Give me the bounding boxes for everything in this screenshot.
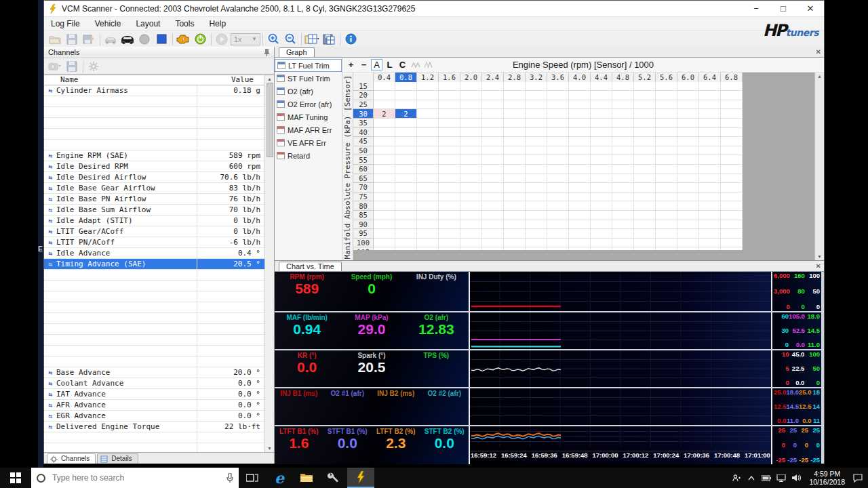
graph-cell[interactable] [699, 119, 721, 128]
graph-cell[interactable] [656, 201, 677, 211]
graph-cell[interactable]: 2 [374, 109, 395, 119]
graph-cell[interactable] [504, 128, 526, 138]
graph-cell[interactable] [526, 128, 547, 138]
graph-cell[interactable] [460, 165, 482, 174]
gauge-inj-b1-ms-[interactable]: INJ B1 (ms) [275, 390, 323, 425]
graph-cell[interactable] [699, 165, 721, 174]
record-button[interactable] [136, 32, 153, 47]
graph-cell[interactable] [569, 239, 591, 248]
graph-cell[interactable] [417, 165, 439, 174]
chart-plot-area[interactable] [469, 312, 772, 349]
graph-cell[interactable] [591, 155, 612, 165]
gauge-map-kpa-[interactable]: MAP (kPa)29.0 [339, 314, 403, 349]
graph-cell[interactable] [417, 82, 439, 92]
chart-plot-area[interactable]: 16:59:1216:59:2416:59:3616:59:4817:00:00… [469, 426, 772, 464]
graph-row-header[interactable]: 25 [353, 100, 374, 110]
graph-cell[interactable] [374, 165, 395, 174]
graph-cell[interactable] [656, 174, 677, 184]
graph-cell[interactable] [569, 229, 591, 239]
graph-cell[interactable] [460, 229, 482, 239]
graph-cell[interactable] [460, 174, 482, 184]
graph-cell[interactable]: 2 [395, 109, 417, 119]
graph-cell[interactable] [504, 119, 526, 128]
graph-cell[interactable] [591, 91, 612, 100]
graph-cell[interactable] [504, 247, 526, 250]
graph-cell[interactable] [395, 119, 417, 128]
graph-cell[interactable] [417, 183, 439, 192]
task-view-button[interactable] [239, 468, 266, 488]
graph-cell[interactable] [634, 128, 656, 138]
graph-cell[interactable] [634, 82, 656, 92]
channel-row[interactable]: ⇆EGR Advance0.0 ° [44, 411, 264, 422]
graph-cell[interactable] [569, 137, 591, 146]
graph-row-header[interactable]: 70 [353, 183, 374, 192]
start-button[interactable] [0, 468, 31, 488]
graph-cell[interactable] [374, 119, 395, 128]
graph-cell[interactable] [504, 100, 526, 110]
graph-cell[interactable] [439, 146, 460, 156]
graph-cell[interactable] [612, 220, 634, 230]
channel-row-empty[interactable] [44, 281, 264, 291]
graph-cell[interactable] [699, 192, 721, 202]
graph-cell[interactable] [395, 247, 417, 250]
graph-cell[interactable] [699, 91, 721, 100]
graph-cell[interactable] [374, 137, 395, 146]
graph-cell[interactable] [395, 174, 417, 184]
graph-cell[interactable] [374, 174, 395, 184]
graph-cell[interactable] [395, 146, 417, 156]
graph-cell[interactable] [417, 211, 439, 220]
graph-cell[interactable] [504, 155, 526, 165]
gauge-stft-b1-[interactable]: STFT B1 (%)0.0 [323, 428, 372, 464]
graph-cell[interactable] [526, 137, 547, 146]
people-icon[interactable] [729, 474, 744, 483]
channel-row-empty[interactable] [44, 357, 264, 367]
graph-cell[interactable] [526, 119, 547, 128]
channel-row-empty[interactable] [44, 270, 264, 281]
tab-graph[interactable]: Graph [279, 47, 315, 57]
graph-cell[interactable] [612, 82, 634, 92]
gauge-stft-b2-[interactable]: STFT B2 (%)0.0 [420, 428, 469, 464]
vehicle-read-button[interactable] [102, 32, 119, 47]
graph-cell[interactable] [482, 128, 504, 138]
graph-cell[interactable] [439, 137, 460, 146]
graph-cell[interactable] [504, 220, 526, 230]
graph-cell[interactable] [634, 229, 656, 239]
graph-cell[interactable] [374, 247, 395, 250]
channel-row[interactable]: ⇆Timing Advance (SAE)20.5 ° [44, 259, 264, 270]
channel-row[interactable]: ⇆Idle Desired Airflow70.6 lb/h [44, 172, 264, 183]
graph-cell[interactable] [569, 155, 591, 165]
graph-cell[interactable] [526, 220, 547, 230]
channel-row[interactable]: ⇆Idle Base PN Airflow76 lb/h [44, 194, 264, 205]
graph-cell[interactable] [526, 155, 547, 165]
graph-cell[interactable] [547, 211, 569, 220]
graph-cell[interactable] [374, 192, 395, 202]
graph-cell[interactable] [699, 183, 721, 192]
graph-cell[interactable] [634, 155, 656, 165]
chart-plot-area[interactable] [469, 350, 772, 387]
graph-cell[interactable] [482, 183, 504, 192]
gauge-o2-1-afr-[interactable]: O2 #1 (afr) [323, 390, 372, 425]
graph-cell[interactable] [721, 174, 743, 184]
graph-cell[interactable] [395, 220, 417, 230]
channel-row-empty[interactable] [44, 346, 264, 357]
graph-cell[interactable] [677, 183, 699, 192]
graph-row-header[interactable]: 35 [353, 119, 374, 128]
graph-cell[interactable] [460, 220, 482, 230]
graph-cell[interactable] [634, 239, 656, 248]
graph-cell[interactable] [612, 119, 634, 128]
graph-cell[interactable] [482, 239, 504, 248]
graph-cell[interactable] [547, 165, 569, 174]
graph-cell[interactable] [504, 137, 526, 146]
graph-cell[interactable] [547, 229, 569, 239]
graph-cell[interactable] [569, 146, 591, 156]
graph-cell[interactable] [547, 174, 569, 184]
battery-icon[interactable] [759, 475, 774, 481]
graph-channel-o2-afr-[interactable]: O2 (afr) [275, 85, 342, 98]
tab-details[interactable]: Details [97, 453, 138, 464]
graph-row-header[interactable]: 60 [353, 165, 374, 174]
graph-cell[interactable] [612, 211, 634, 220]
channels-settings-button[interactable] [85, 59, 102, 74]
graph-cell[interactable] [417, 247, 439, 250]
graph-cell[interactable] [504, 91, 526, 100]
graph-cell[interactable] [526, 109, 547, 119]
